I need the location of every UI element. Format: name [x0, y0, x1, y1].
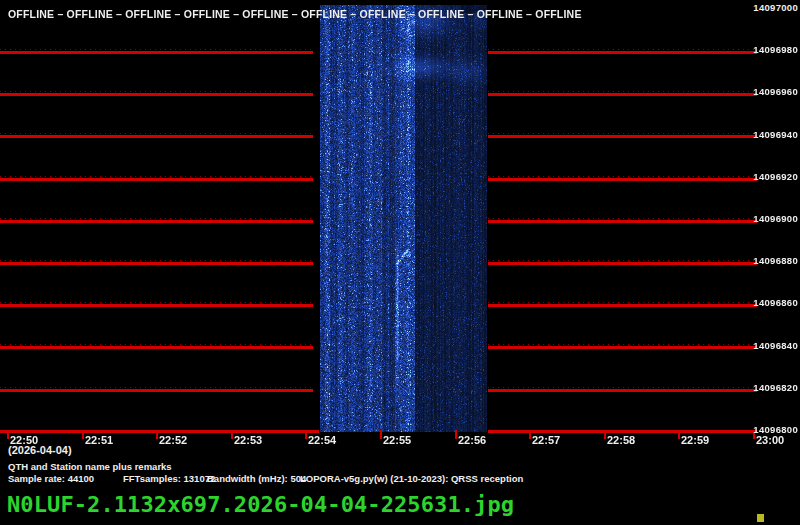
- gridline-segment: [0, 344, 313, 345]
- time-tick: [156, 430, 158, 439]
- gridline-segment: [0, 262, 313, 265]
- scan-progress-marker: [757, 514, 764, 522]
- gridline-segment: [0, 387, 313, 388]
- time-label: 22:52: [159, 434, 187, 446]
- station-remarks-line: QTH and Station name plus remarks: [8, 461, 172, 472]
- gridline-segment: [0, 133, 313, 134]
- gridline-segment: [0, 91, 313, 92]
- gridline-segment: [488, 302, 757, 303]
- gridline-segment: [488, 176, 757, 177]
- gridline-segment: [0, 302, 313, 303]
- time-label: 23:00: [756, 434, 784, 446]
- time-label: 22:57: [532, 434, 560, 446]
- frequency-label: 14096940: [753, 129, 798, 140]
- gridline-segment: [0, 178, 313, 181]
- gridline-segment: [0, 176, 313, 177]
- frequency-label: 14097000: [753, 2, 798, 13]
- gridline-segment: [488, 218, 757, 219]
- gridline-segment: [488, 135, 757, 138]
- time-tick: [7, 430, 9, 439]
- time-label: 22:53: [234, 434, 262, 446]
- bandwidth-text: Bandwidth (mHz): 504: [207, 473, 306, 484]
- time-tick: [380, 430, 382, 439]
- frequency-label: 14096900: [753, 213, 798, 224]
- gridline-segment: [488, 91, 757, 92]
- frequency-label: 14096860: [753, 297, 798, 308]
- gridline-segment: [0, 220, 313, 223]
- spectrogram-canvas: [320, 5, 487, 432]
- time-tick: [305, 430, 307, 439]
- qrss-grabber-screen: OFFLINE – OFFLINE – OFFLINE – OFFLINE – …: [0, 0, 800, 525]
- gridline-segment: [488, 133, 757, 134]
- gridline-segment: [488, 178, 757, 181]
- time-tick: [82, 430, 84, 439]
- fft-samples-text: FFTsamples: 131072: [123, 473, 215, 484]
- offline-status-banner: OFFLINE – OFFLINE – OFFLINE – OFFLINE – …: [8, 8, 582, 20]
- gridline-segment: [0, 93, 313, 96]
- gridline-segment: [488, 304, 757, 307]
- gridline-segment: [488, 262, 757, 265]
- gridline-segment: [488, 93, 757, 96]
- gridline-segment: [0, 135, 313, 138]
- time-tick: [604, 430, 606, 439]
- sample-rate-text: Sample rate: 44100: [8, 473, 94, 484]
- time-label: 22:58: [607, 434, 635, 446]
- time-label: 22:54: [308, 434, 336, 446]
- frequency-label: 14096820: [753, 382, 798, 393]
- frequency-label: 14096960: [753, 86, 798, 97]
- gridline-segment: [488, 389, 757, 392]
- gridline-segment: [0, 304, 313, 307]
- time-tick: [678, 430, 680, 439]
- gridline-segment: [488, 49, 757, 50]
- time-label: 22:50: [10, 434, 38, 446]
- gridline-segment: [488, 260, 757, 261]
- gridline-segment: [0, 389, 313, 392]
- time-label: 22:59: [681, 434, 709, 446]
- software-version-text: LOPORA-v5g.py(w) (21-10-2023): QRSS rece…: [300, 473, 523, 484]
- time-tick: [529, 430, 531, 439]
- filename-caption: N0LUF-2.1132x697.2026-04-04-225631.jpg: [7, 492, 514, 517]
- time-label: 22:55: [383, 434, 411, 446]
- gridline-segment: [488, 344, 757, 345]
- gridline-segment: [0, 49, 313, 50]
- time-tick: [455, 430, 457, 439]
- gridline-segment: [488, 51, 757, 54]
- time-label: 22:56: [458, 434, 486, 446]
- gridline-segment: [0, 51, 313, 54]
- gridline-segment: [0, 346, 313, 349]
- frequency-label: 14096840: [753, 340, 798, 351]
- gridline-segment: [0, 260, 313, 261]
- time-tick: [231, 430, 233, 439]
- gridline-segment: [488, 346, 757, 349]
- frequency-label: 14096980: [753, 44, 798, 55]
- gridline-segment: [0, 218, 313, 219]
- time-label: 22:51: [85, 434, 113, 446]
- frequency-label: 14096880: [753, 255, 798, 266]
- time-baseline: [0, 430, 319, 433]
- gridline-segment: [488, 220, 757, 223]
- frequency-label: 14096920: [753, 171, 798, 182]
- gridline-segment: [488, 387, 757, 388]
